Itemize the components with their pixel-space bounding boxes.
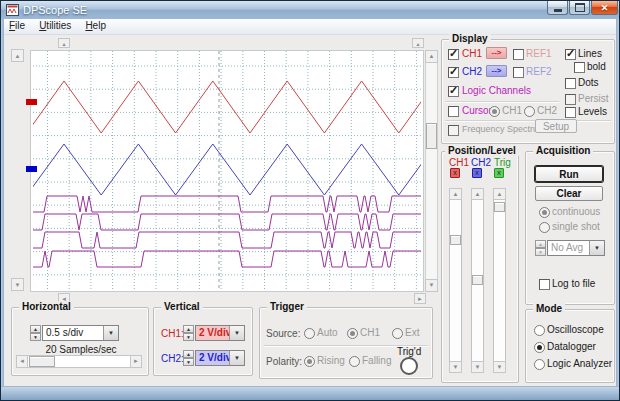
ch2-arrow-button[interactable]: --> <box>486 65 507 77</box>
timebase-combobox[interactable]: 0.5 s/div ▼ <box>42 325 119 341</box>
plot-vertical-scrollbar[interactable]: ▲ ▼ <box>425 50 438 292</box>
hscroll-right-icon[interactable]: ► <box>130 355 142 368</box>
avg-spinner[interactable]: ▲▼ <box>535 240 546 256</box>
plot-left-scroll-up-button[interactable]: ▲ <box>11 49 24 62</box>
ch2-checkbox[interactable] <box>448 67 459 78</box>
dots-checkbox[interactable] <box>565 78 576 89</box>
bold-checkbox[interactable] <box>574 62 585 73</box>
slider-up-icon[interactable]: ▲ <box>493 188 506 200</box>
spin-down-icon[interactable]: ▼ <box>183 333 194 341</box>
slider-up-icon[interactable]: ▲ <box>449 188 462 200</box>
continuous-label: continuous <box>552 206 600 217</box>
close-button[interactable]: ✕ <box>591 1 618 15</box>
continuous-radio[interactable] <box>539 207 550 218</box>
trigger-polarity-rising-radio[interactable] <box>304 356 315 367</box>
slider-down-icon[interactable]: ▼ <box>493 361 506 373</box>
avg-combobox[interactable]: No Avg ▼ <box>547 240 605 256</box>
ch1-arrow-button[interactable]: --> <box>486 47 507 59</box>
setup-button[interactable]: Setup <box>535 119 577 133</box>
vertical-scroll-thumb[interactable] <box>426 123 437 149</box>
trig-level-reset-button[interactable]: x <box>494 168 504 178</box>
datalogger-radio[interactable] <box>534 342 545 353</box>
ref2-checkbox[interactable] <box>513 67 524 78</box>
trigger-source-ch1-radio[interactable] <box>347 328 358 339</box>
menu-file[interactable]: File <box>2 19 32 34</box>
spin-up-icon[interactable]: ▲ <box>535 240 546 248</box>
ch2-scale-spinner[interactable]: ▲▼ <box>183 350 194 366</box>
spin-down-icon[interactable]: ▼ <box>535 248 546 256</box>
ch1-checkbox[interactable] <box>448 49 459 60</box>
trigger-polarity-falling-radio[interactable] <box>349 356 360 367</box>
oscilloscope-radio[interactable] <box>534 325 545 336</box>
maximize-icon <box>575 3 585 12</box>
dropdown-arrow-icon[interactable]: ▼ <box>103 326 118 340</box>
pos-ch1-reset-button[interactable]: x <box>450 168 460 178</box>
ch2-position-marker[interactable] <box>26 166 37 172</box>
ch1-scale-combobox[interactable]: 2 V/div ▼ <box>195 325 245 341</box>
plot-top-left-scroll-button[interactable]: ▴ <box>58 38 70 48</box>
ch2-scale-combobox[interactable]: 2 V/div ▼ <box>195 350 245 366</box>
trigger-source-ext-radio[interactable] <box>392 328 403 339</box>
plot-hscroll-right-button[interactable]: ► <box>414 293 426 304</box>
timebase-spinner[interactable]: ▲▼ <box>30 325 41 341</box>
trigger-source-auto-label: Auto <box>317 327 338 338</box>
trigger-level-slider[interactable]: ▲ ▼ <box>493 188 506 373</box>
cursors-ch2-radio[interactable] <box>524 106 535 117</box>
ch1-position-thumb[interactable] <box>450 235 461 245</box>
cursors-checkbox[interactable] <box>448 106 459 117</box>
log-to-file-label: Log to file <box>552 278 595 289</box>
minimize-icon <box>554 9 562 12</box>
ref1-checkbox[interactable] <box>513 49 524 60</box>
ch1-position-marker[interactable] <box>26 99 37 105</box>
slider-up-icon[interactable]: ▲ <box>471 188 484 200</box>
plot-left-scroll-down-button[interactable]: ▼ <box>11 278 24 291</box>
clear-button[interactable]: Clear <box>535 186 603 201</box>
cursors-ch1-radio[interactable] <box>489 106 500 117</box>
lines-checkbox[interactable] <box>565 49 576 60</box>
titlebar[interactable]: DPScope SE <box>1 1 620 19</box>
ch2-label: CH2 <box>462 66 482 77</box>
spin-up-icon[interactable]: ▲ <box>183 350 194 358</box>
run-button[interactable]: Run <box>535 166 603 182</box>
plot-top-right-scroll-button[interactable]: ▴ <box>412 38 424 48</box>
logic-analyzer-radio[interactable] <box>534 359 545 370</box>
timebase-value: 0.5 s/div <box>43 326 103 340</box>
trigger-source-auto-radio[interactable] <box>304 328 315 339</box>
menubar: File Utilities Help <box>2 19 620 35</box>
spin-down-icon[interactable]: ▼ <box>183 358 194 366</box>
persist-checkbox[interactable] <box>565 94 576 105</box>
trigger-level-thumb[interactable] <box>494 202 505 212</box>
menu-help[interactable]: Help <box>78 19 113 34</box>
slider-down-icon[interactable]: ▼ <box>449 361 462 373</box>
hscroll-left-icon[interactable]: ◄ <box>16 355 28 368</box>
log-to-file-checkbox[interactable] <box>539 279 550 290</box>
dropdown-arrow-icon[interactable]: ▼ <box>589 241 604 255</box>
scroll-up-icon[interactable]: ▲ <box>425 50 438 63</box>
plot-canvas[interactable] <box>30 50 424 292</box>
spin-up-icon[interactable]: ▲ <box>30 325 41 333</box>
single-shot-radio[interactable] <box>539 222 550 233</box>
ch1-scale-spinner[interactable]: ▲▼ <box>183 325 194 341</box>
levels-checkbox[interactable] <box>565 107 576 118</box>
logic-channels-checkbox[interactable] <box>448 86 459 97</box>
app-window: DPScope SE ✕ File Utilities Help ▴ ▴ ▲ ▼… <box>0 0 620 401</box>
menu-utilities[interactable]: Utilities <box>32 19 78 34</box>
scroll-down-icon[interactable]: ▼ <box>425 279 438 292</box>
trigger-source-label: Source: <box>266 328 300 339</box>
slider-down-icon[interactable]: ▼ <box>471 361 484 373</box>
spin-down-icon[interactable]: ▼ <box>30 333 41 341</box>
ch1-position-slider[interactable]: ▲ ▼ <box>449 188 462 373</box>
window-frame-left <box>1 19 4 400</box>
horizontal-scrollbar[interactable]: ◄ ► <box>16 355 142 368</box>
ch2-position-thumb[interactable] <box>472 275 483 285</box>
ch2-position-slider[interactable]: ▲ ▼ <box>471 188 484 373</box>
pos-ch2-reset-button[interactable]: x <box>472 168 482 178</box>
hscroll-thumb[interactable] <box>29 356 55 367</box>
frequency-spectrum-label: Frequency Spectrum <box>462 124 546 134</box>
minimize-button[interactable] <box>547 1 568 15</box>
dropdown-arrow-icon[interactable]: ▼ <box>229 326 244 340</box>
maximize-button[interactable] <box>569 1 590 15</box>
frequency-spectrum-checkbox[interactable] <box>448 125 459 136</box>
dropdown-arrow-icon[interactable]: ▼ <box>229 351 244 365</box>
spin-up-icon[interactable]: ▲ <box>183 325 194 333</box>
